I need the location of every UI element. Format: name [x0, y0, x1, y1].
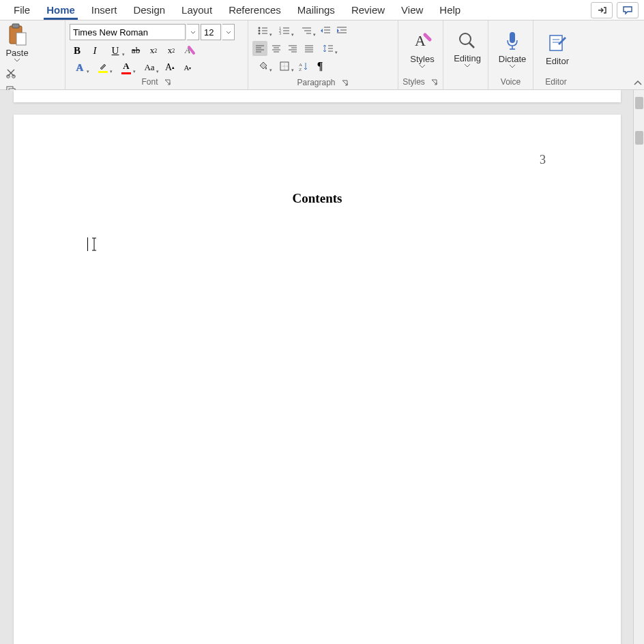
justify-icon	[304, 44, 314, 53]
editing-button[interactable]: Editing	[448, 31, 487, 68]
share-icon	[596, 5, 607, 16]
font-size-dropdown[interactable]	[222, 24, 235, 40]
styles-button[interactable]: A Styles	[402, 31, 442, 68]
editing-label: Editing	[454, 53, 481, 63]
shading-button[interactable]	[252, 59, 273, 74]
chevron-down-icon	[190, 31, 196, 34]
bullets-button[interactable]	[252, 23, 273, 38]
editor-label: Editor	[546, 56, 569, 66]
strikethrough-button[interactable]: ab	[128, 43, 143, 58]
tab-file[interactable]: File	[5, 1, 38, 18]
bold-button[interactable]: B	[70, 43, 85, 58]
group-styles: A Styles Styles	[398, 20, 443, 89]
numbering-icon: 123	[279, 26, 290, 35]
underline-button[interactable]: U	[105, 43, 126, 58]
styles-icon: A	[412, 31, 433, 51]
styles-label: Styles	[410, 54, 434, 64]
justify-button[interactable]	[302, 41, 317, 56]
change-case-button[interactable]: Aa	[139, 60, 160, 75]
svg-point-11	[259, 30, 261, 32]
svg-rect-2	[16, 33, 26, 45]
indent-icon	[336, 26, 347, 35]
paint-bucket-icon	[257, 61, 268, 71]
paragraph-label: Paragraph	[297, 78, 335, 87]
tab-insert[interactable]: Insert	[83, 1, 126, 18]
scissors-icon	[5, 68, 16, 78]
sort-button[interactable]: AZ	[296, 59, 311, 74]
font-size-input[interactable]: 12	[201, 24, 221, 40]
tab-design[interactable]: Design	[125, 1, 173, 18]
svg-point-9	[259, 27, 261, 29]
font-label: Font	[141, 77, 158, 87]
chevron-down-icon	[509, 64, 516, 68]
numbering-button[interactable]: 123	[274, 23, 295, 38]
align-left-icon	[255, 44, 265, 53]
dictate-button[interactable]: Dictate	[493, 31, 532, 68]
line-spacing-button[interactable]	[318, 41, 338, 56]
italic-button[interactable]: I	[87, 43, 102, 58]
scroll-thumb[interactable]	[635, 131, 643, 145]
ibeam-cursor-icon	[91, 237, 98, 251]
grow-font-button[interactable]: A▴	[162, 60, 177, 75]
tab-mailings[interactable]: Mailings	[289, 1, 343, 18]
font-name-input[interactable]: Times New Roman	[70, 24, 186, 40]
borders-icon	[280, 61, 289, 71]
svg-text:3: 3	[279, 31, 281, 35]
align-left-button[interactable]	[252, 41, 267, 56]
svg-text:Z: Z	[299, 67, 302, 72]
paragraph-launcher[interactable]	[341, 78, 349, 87]
tab-review[interactable]: Review	[343, 1, 393, 18]
align-center-icon	[272, 44, 281, 53]
vertical-scrollbar[interactable]	[633, 90, 644, 644]
dictate-label: Dictate	[499, 54, 526, 64]
font-name-dropdown[interactable]	[187, 24, 199, 40]
collapse-ribbon-button[interactable]	[633, 78, 643, 88]
comments-button[interactable]	[617, 2, 639, 18]
tab-layout[interactable]: Layout	[173, 1, 220, 18]
share-button[interactable]	[591, 2, 613, 18]
text-caret	[87, 237, 88, 251]
sort-icon: AZ	[298, 61, 309, 71]
group-clipboard: Paste Clipboard	[0, 20, 65, 89]
text-effects-button[interactable]: A	[70, 60, 90, 75]
scroll-thumb-top[interactable]	[635, 97, 643, 109]
editor-button[interactable]: Editor	[538, 33, 577, 66]
editor-icon	[547, 33, 568, 53]
cut-button[interactable]	[4, 66, 18, 80]
svg-point-55	[460, 33, 471, 44]
ribbon: Paste Clipboard Times New	[0, 20, 644, 90]
superscript-button[interactable]: x2	[164, 43, 179, 58]
voice-group-label: Voice	[501, 77, 521, 87]
tab-home[interactable]: Home	[38, 1, 83, 18]
paste-label: Paste	[5, 48, 28, 58]
borders-button[interactable]	[274, 59, 295, 74]
line-spacing-icon	[323, 44, 334, 53]
font-launcher[interactable]	[164, 78, 172, 86]
chevron-down-icon	[226, 31, 231, 34]
align-center-button[interactable]	[269, 41, 284, 56]
decrease-indent-button[interactable]	[318, 23, 333, 38]
paste-button[interactable]: Paste	[4, 23, 30, 62]
show-marks-button[interactable]: ¶	[312, 59, 327, 74]
tab-view[interactable]: View	[393, 1, 431, 18]
clear-formatting-button[interactable]: A	[181, 43, 196, 58]
increase-indent-button[interactable]	[334, 23, 349, 38]
svg-rect-1	[12, 24, 19, 28]
font-color-button[interactable]: A	[116, 60, 136, 75]
multilevel-icon	[301, 26, 312, 35]
find-icon	[458, 31, 477, 50]
document-page[interactable]: 3 Contents	[14, 115, 621, 644]
shrink-font-button[interactable]: A▾	[180, 60, 195, 75]
subscript-button[interactable]: x2	[146, 43, 161, 58]
align-right-button[interactable]	[285, 41, 300, 56]
multilevel-list-button[interactable]	[296, 23, 317, 38]
group-voice: Dictate Voice	[488, 20, 533, 89]
chevron-down-icon	[419, 64, 426, 68]
chevron-up-icon	[634, 80, 642, 86]
chevron-down-icon	[464, 63, 471, 68]
highlight-color-button[interactable]	[93, 60, 113, 75]
tab-help[interactable]: Help	[431, 1, 469, 18]
styles-launcher[interactable]	[430, 78, 439, 86]
styles-group-label: Styles	[402, 77, 425, 87]
tab-references[interactable]: References	[220, 1, 289, 18]
